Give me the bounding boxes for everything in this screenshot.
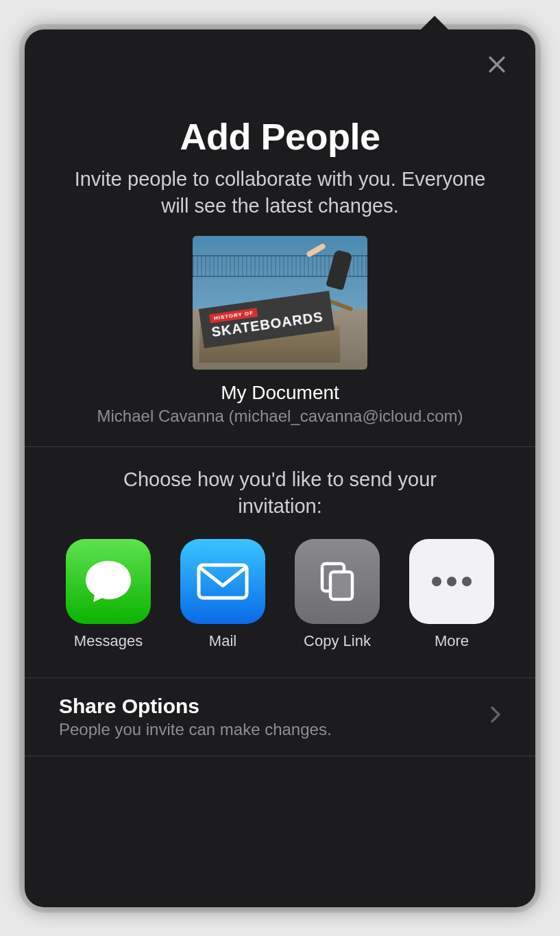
- mail-icon: [180, 539, 265, 624]
- share-method-label: Copy Link: [304, 632, 371, 650]
- close-button[interactable]: [480, 50, 513, 83]
- share-method-messages[interactable]: Messages: [60, 539, 156, 650]
- svg-rect-0: [199, 565, 247, 598]
- svg-point-4: [447, 577, 456, 586]
- share-options-row[interactable]: Share Options People you invite can make…: [59, 678, 501, 756]
- share-method-more[interactable]: More: [404, 539, 500, 650]
- choose-method-label: Choose how you'd like to send your invit…: [59, 466, 501, 520]
- more-icon: [409, 539, 494, 624]
- share-method-label: More: [435, 632, 469, 650]
- messages-icon: [66, 539, 151, 624]
- add-people-popover: Add People Invite people to collaborate …: [25, 29, 535, 907]
- svg-rect-2: [330, 572, 352, 599]
- share-method-copy-link[interactable]: Copy Link: [289, 539, 385, 650]
- share-options-title: Share Options: [59, 695, 332, 718]
- document-thumbnail: HISTORY OF SKATEBOARDS: [193, 236, 367, 370]
- share-method-label: Mail: [209, 632, 236, 650]
- dialog-title: Add People: [59, 115, 501, 158]
- chevron-right-icon: [490, 706, 501, 728]
- copy-link-icon: [295, 539, 380, 624]
- document-owner: Michael Cavanna (michael_cavanna@icloud.…: [59, 407, 501, 426]
- close-icon: [487, 53, 507, 80]
- share-method-label: Messages: [74, 632, 143, 650]
- dialog-subtitle: Invite people to collaborate with you. E…: [59, 166, 501, 219]
- svg-point-5: [462, 577, 472, 586]
- divider: [25, 756, 535, 756]
- svg-point-3: [432, 577, 441, 586]
- share-options-subtitle: People you invite can make changes.: [59, 720, 332, 739]
- divider: [25, 446, 535, 447]
- share-method-mail[interactable]: Mail: [175, 539, 271, 650]
- document-name: My Document: [59, 382, 501, 404]
- share-methods-row: Messages Mail Copy Link: [59, 539, 501, 650]
